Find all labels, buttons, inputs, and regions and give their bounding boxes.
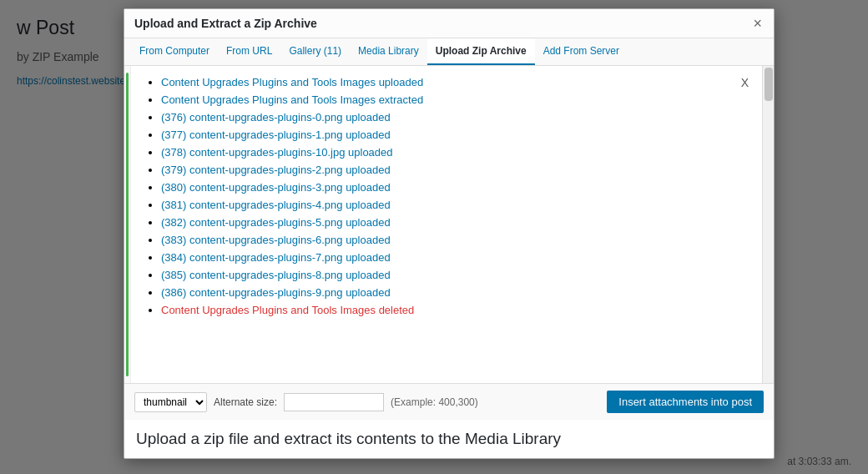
list-item: (384) content-upgrades-plugins-7.png upl… [161, 251, 749, 264]
tab-upload-zip[interactable]: Upload Zip Archive [427, 38, 535, 65]
alternate-size-label: Alternate size: [214, 396, 277, 408]
scrollbar[interactable] [762, 66, 774, 383]
list-item: (380) content-upgrades-plugins-3.png upl… [161, 181, 749, 194]
list-item: Content Upgrades Plugins and Tools Image… [161, 304, 749, 316]
tab-gallery[interactable]: Gallery (11) [280, 38, 350, 65]
list-item: (385) content-upgrades-plugins-8.png upl… [161, 269, 749, 281]
insert-attachments-button[interactable]: Insert attachments into post [607, 391, 764, 413]
size-select[interactable]: thumbnail medium large full [134, 392, 207, 412]
modal-description: Upload a zip file and extract its conten… [124, 420, 774, 458]
log-content: X Content Upgrades Plugins and Tools Ima… [131, 66, 762, 383]
zip-archive-modal: Upload and Extract a Zip Archive × From … [124, 8, 775, 459]
close-button[interactable]: × [751, 16, 764, 31]
modal-title: Upload and Extract a Zip Archive [134, 17, 317, 30]
left-bar [124, 66, 131, 383]
tab-from-computer[interactable]: From Computer [131, 38, 218, 65]
tab-media-library[interactable]: Media Library [350, 38, 427, 65]
modal-header: Upload and Extract a Zip Archive × [124, 9, 774, 38]
list-item: (386) content-upgrades-plugins-9.png upl… [161, 286, 749, 299]
list-item: (381) content-upgrades-plugins-4.png upl… [161, 199, 749, 211]
list-item: (379) content-upgrades-plugins-2.png upl… [161, 164, 749, 176]
list-item: Content Upgrades Plugins and Tools Image… [161, 93, 749, 106]
list-item: (378) content-upgrades-plugins-10.jpg up… [161, 146, 749, 159]
example-text: (Example: 400,300) [391, 396, 478, 408]
list-item: (383) content-upgrades-plugins-6.png upl… [161, 234, 749, 246]
list-item: Content Upgrades Plugins and Tools Image… [161, 76, 749, 88]
tab-from-url[interactable]: From URL [218, 38, 280, 65]
alternate-size-input[interactable] [284, 393, 384, 411]
list-item: (377) content-upgrades-plugins-1.png upl… [161, 129, 749, 141]
modal-body: X Content Upgrades Plugins and Tools Ima… [124, 66, 774, 383]
log-list: Content Upgrades Plugins and Tools Image… [144, 76, 749, 316]
green-progress-bar [126, 73, 129, 376]
tab-add-from-server[interactable]: Add From Server [535, 38, 628, 65]
list-item: (376) content-upgrades-plugins-0.png upl… [161, 111, 749, 124]
modal-footer: thumbnail medium large full Alternate si… [124, 383, 774, 420]
scrollbar-thumb[interactable] [765, 68, 773, 101]
list-item: (382) content-upgrades-plugins-5.png upl… [161, 216, 749, 229]
modal-tabs: From Computer From URL Gallery (11) Medi… [124, 38, 774, 66]
dismiss-button[interactable]: X [741, 76, 749, 89]
